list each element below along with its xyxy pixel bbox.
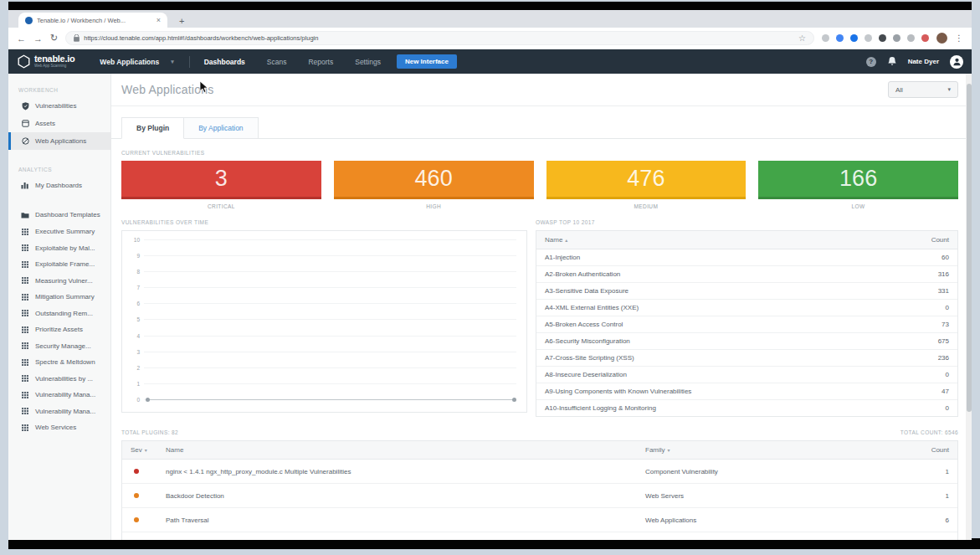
- owasp-category-name: A5-Broken Access Control: [545, 321, 623, 328]
- grid-table-icon: [21, 277, 29, 284]
- extension-icon[interactable]: [822, 34, 829, 42]
- extension-icon[interactable]: [865, 34, 872, 42]
- context-selector[interactable]: Web Applications ▾: [88, 58, 185, 66]
- forward-icon[interactable]: →: [33, 33, 43, 44]
- y-tick-label: 8: [129, 269, 140, 275]
- owasp-category-count: 331: [938, 287, 949, 295]
- template-list-item[interactable]: Security Manage...: [8, 338, 110, 355]
- extension-icon[interactable]: [836, 34, 844, 42]
- grid-table-icon: [21, 294, 29, 301]
- severity-label: HIGH: [334, 203, 534, 209]
- plugin-row[interactable]: Path Traversal Web Applications 6: [122, 508, 957, 532]
- family-column[interactable]: Family▾: [645, 446, 900, 454]
- grid-table-icon: [21, 424, 29, 431]
- tab-close-icon[interactable]: ×: [156, 16, 161, 24]
- tab-by-application[interactable]: By Application: [184, 117, 258, 139]
- severity-card[interactable]: 3 CRITICAL: [121, 161, 321, 209]
- owasp-count-column[interactable]: Count: [931, 236, 949, 244]
- back-icon[interactable]: ←: [17, 33, 26, 44]
- nav-menu-item[interactable]: Settings: [344, 58, 392, 66]
- template-list-item[interactable]: Measuring Vulner...: [8, 273, 110, 290]
- extension-icon[interactable]: [850, 34, 858, 42]
- owasp-row[interactable]: A7-Cross-Site Scripting (XSS) 236: [536, 350, 957, 367]
- tab-by-plugin[interactable]: By Plugin: [121, 117, 184, 139]
- plugin-row[interactable]: Backdoor Detection Web Servers 1: [122, 484, 957, 508]
- owasp-category-name: A6-Security Misconfiguration: [545, 337, 630, 345]
- new-tab-button[interactable]: +: [179, 16, 184, 28]
- user-avatar[interactable]: [950, 55, 963, 69]
- browser-tab[interactable]: Tenable.io / Workbench / Web... ×: [18, 13, 167, 28]
- new-interface-button[interactable]: New Interface: [397, 54, 457, 69]
- template-list-item[interactable]: Executive Summary: [8, 224, 110, 240]
- owasp-row[interactable]: A3-Sensitive Data Exposure 331: [536, 283, 957, 300]
- template-list-item[interactable]: Outstanding Rem...: [8, 306, 110, 322]
- sidebar-item-web-applications[interactable]: Web Applications: [8, 132, 110, 150]
- template-list-item[interactable]: Prioritize Assets: [8, 321, 110, 338]
- chrome-menu-icon[interactable]: ⋮: [955, 33, 963, 43]
- template-list-item[interactable]: Exploitable by Mal...: [8, 240, 110, 257]
- plugin-row[interactable]: nginx < 1.4.1 ngx_http_proxy_module.c Mu…: [122, 460, 957, 484]
- sidebar-item-dashboard-templates[interactable]: Dashboard Templates: [8, 206, 110, 224]
- extension-icon[interactable]: [907, 34, 915, 42]
- severity-card[interactable]: 460 HIGH: [334, 161, 534, 209]
- owasp-category-name: A2-Broken Authentication: [545, 270, 620, 278]
- owasp-category-name: A9-Using Components with Known Vulnerabi…: [545, 388, 691, 395]
- scope-filter-dropdown[interactable]: All ▾: [888, 81, 958, 98]
- template-list-item[interactable]: Spectre & Meltdown: [8, 354, 110, 371]
- template-list-item[interactable]: Vulnerability Mana...: [8, 403, 110, 420]
- severity-card[interactable]: 166 LOW: [758, 161, 958, 209]
- extension-icon[interactable]: [893, 34, 900, 42]
- vulns-over-time-chart[interactable]: 10 9 8: [121, 230, 527, 413]
- template-item-label: Vulnerability Mana...: [35, 408, 95, 415]
- severity-card[interactable]: 476 MEDIUM: [546, 161, 747, 209]
- tab-title: Tenable.io / Workbench / Web...: [37, 17, 152, 24]
- template-list-item[interactable]: Vulnerability Mana...: [8, 387, 110, 403]
- severity-count: 3: [121, 161, 321, 199]
- template-list-item[interactable]: Mitigation Summary: [8, 289, 110, 306]
- help-icon[interactable]: ?: [866, 57, 876, 67]
- template-list-item[interactable]: Web Services: [8, 419, 110, 436]
- template-list-item[interactable]: Vulnerabilities by ...: [8, 371, 110, 388]
- plugin-row[interactable]: SQL Injection Injection 14: [122, 532, 957, 540]
- sidebar: WORKBENCH Vulnerabilities Assets Web App…: [8, 74, 111, 540]
- nav-menu-item[interactable]: Dashboards: [193, 58, 256, 66]
- owasp-row[interactable]: A1-Injection 60: [536, 249, 957, 266]
- owasp-name-column[interactable]: Name▴: [545, 236, 567, 244]
- sidebar-item-assets[interactable]: Assets: [8, 115, 110, 132]
- scrollbar-thumb[interactable]: [967, 84, 972, 412]
- owasp-row[interactable]: A9-Using Components with Known Vulnerabi…: [536, 383, 957, 400]
- tenable-logo[interactable]: tenable.io Web App Scanning: [17, 54, 74, 69]
- reload-icon[interactable]: ↻: [50, 33, 58, 44]
- extension-icon[interactable]: [921, 34, 929, 42]
- grid-table-icon: [21, 244, 29, 251]
- user-name[interactable]: Nate Dyer: [908, 58, 939, 65]
- sidebar-item-my-dashboards[interactable]: My Dashboards: [8, 177, 110, 194]
- bookmark-star-icon[interactable]: ☆: [798, 33, 806, 43]
- owasp-row[interactable]: A8-Insecure Deserialization 0: [536, 367, 957, 383]
- severity-label: LOW: [758, 203, 958, 209]
- mouse-cursor: [199, 80, 209, 94]
- scrollbar-track[interactable]: [966, 74, 972, 540]
- nav-menu-item[interactable]: Reports: [297, 58, 344, 66]
- name-column[interactable]: Name: [166, 446, 645, 454]
- owasp-category-name: A4-XML External Entities (XXE): [545, 304, 639, 311]
- count-column[interactable]: Count: [900, 446, 949, 454]
- extension-icon[interactable]: [879, 34, 886, 42]
- template-item-label: Executive Summary: [35, 228, 95, 235]
- owasp-row[interactable]: A4-XML External Entities (XXE) 0: [536, 300, 957, 316]
- owasp-row[interactable]: A2-Broken Authentication 316: [536, 266, 957, 283]
- chrome-profile-avatar[interactable]: [936, 33, 947, 44]
- sev-column[interactable]: Sev▾: [131, 446, 166, 454]
- nav-menu-item[interactable]: Scans: [256, 58, 298, 66]
- chevron-down-icon: ▾: [947, 86, 951, 93]
- owasp-category-count: 47: [942, 388, 949, 395]
- template-list-item[interactable]: Exploitable Frame...: [8, 256, 110, 273]
- browser-toolbar: ← → ↻ https://cloud.tenable.com/app.html…: [8, 28, 972, 49]
- owasp-row[interactable]: A10-Insufficient Logging & Monitoring 0: [536, 400, 957, 416]
- gridline: [144, 271, 516, 272]
- address-bar[interactable]: https://cloud.tenable.com/app.html#!/das…: [65, 31, 814, 45]
- owasp-row[interactable]: A5-Broken Access Control 73: [536, 316, 957, 333]
- sidebar-item-vulnerabilities[interactable]: Vulnerabilities: [8, 97, 110, 115]
- notifications-bell-icon[interactable]: [887, 56, 897, 67]
- owasp-row[interactable]: A6-Security Misconfiguration 675: [536, 333, 957, 350]
